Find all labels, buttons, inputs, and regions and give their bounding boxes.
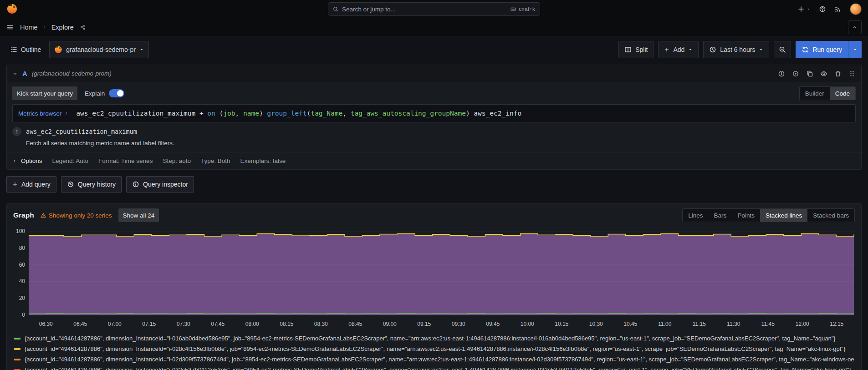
add-icon bbox=[664, 47, 669, 52]
explain-row: 1 aws_ec2_cpuutilization_maximum bbox=[12, 127, 856, 136]
record-circle-icon[interactable] bbox=[792, 70, 799, 77]
view-mode-stacked-lines[interactable]: Stacked lines bbox=[760, 209, 807, 222]
cpu-chart: 02040608010006:3006:4507:0007:1507:3007:… bbox=[11, 227, 858, 331]
chevron-down-icon[interactable] bbox=[12, 71, 18, 76]
eye-icon[interactable] bbox=[820, 70, 827, 77]
outline-button[interactable]: Outline bbox=[6, 41, 45, 58]
query-row-actions bbox=[778, 70, 856, 77]
series-label: {account_id="494614287886", dimension_In… bbox=[25, 335, 836, 342]
explore-toolbar: Outline grafanacloud-sedemo-pr Split Add… bbox=[0, 36, 868, 58]
query-expression-editor[interactable]: Metrics browser aws_ec2_cpuutilization_m… bbox=[12, 104, 856, 122]
series-label: {account_id="494614287886", dimension_In… bbox=[25, 345, 845, 352]
legend-item[interactable]: {account_id="494614287886", dimension_In… bbox=[14, 365, 854, 370]
view-mode-bars[interactable]: Bars bbox=[709, 209, 732, 222]
explain-toggle[interactable] bbox=[109, 89, 124, 97]
breadcrumb: Home Explore bbox=[20, 24, 74, 31]
query-datasource-hint: (grafanacloud-sedemo-prom) bbox=[32, 70, 112, 77]
breadcrumb-explore[interactable]: Explore bbox=[51, 24, 74, 31]
add-panel-button[interactable]: Add bbox=[658, 41, 699, 58]
query-ref-id[interactable]: A bbox=[22, 70, 27, 77]
datasource-name: grafanacloud-sedemo-pr bbox=[66, 46, 136, 53]
run-query-main[interactable]: Run query bbox=[796, 41, 848, 58]
editor-mode-code[interactable]: Code bbox=[830, 87, 855, 100]
run-query-caret[interactable] bbox=[848, 41, 862, 58]
query-row-header[interactable]: A (grafanacloud-sedemo-prom) bbox=[7, 65, 861, 82]
datasource-picker[interactable]: grafanacloud-sedemo-pr bbox=[49, 41, 149, 58]
option-summary-item: Legend: Auto bbox=[52, 157, 89, 164]
svg-text:11:45: 11:45 bbox=[761, 321, 775, 327]
svg-text:08:30: 08:30 bbox=[314, 321, 328, 327]
svg-text:11:30: 11:30 bbox=[727, 321, 740, 327]
legend-item[interactable]: {account_id="494614287886", dimension_In… bbox=[14, 333, 854, 344]
svg-text:11:00: 11:00 bbox=[658, 321, 671, 327]
search-placeholder: Search or jump to... bbox=[342, 6, 507, 13]
chevron-right-icon bbox=[42, 25, 47, 30]
breadcrumb-bar: Home Explore bbox=[0, 18, 868, 36]
collapse-top-button[interactable] bbox=[848, 20, 862, 34]
caret-down-icon bbox=[759, 47, 763, 52]
help-icon bbox=[819, 5, 826, 13]
top-nav: Search or jump to... cmd+k bbox=[0, 0, 868, 18]
add-new-button[interactable] bbox=[797, 5, 811, 13]
svg-text:11:15: 11:15 bbox=[693, 321, 706, 327]
zoom-out-icon bbox=[779, 46, 786, 53]
help-button[interactable] bbox=[819, 5, 826, 13]
legend-item[interactable]: {account_id="494614287886", dimension_In… bbox=[14, 344, 854, 354]
clock-icon bbox=[709, 46, 716, 53]
view-mode-points[interactable]: Points bbox=[732, 209, 760, 222]
search-shortcut: cmd+k bbox=[511, 6, 535, 12]
explain-line-number: 1 bbox=[12, 127, 21, 136]
user-avatar[interactable] bbox=[850, 3, 862, 15]
chevron-right-icon bbox=[64, 111, 69, 116]
svg-text:60: 60 bbox=[19, 262, 26, 268]
view-mode-stacked-bars[interactable]: Stacked bars bbox=[807, 209, 854, 222]
explain-label: Explain bbox=[85, 90, 105, 97]
series-color-marker bbox=[14, 338, 20, 340]
query-options-summary: Legend: AutoFormat: Time seriesStep: aut… bbox=[52, 157, 286, 164]
view-mode-lines[interactable]: Lines bbox=[683, 209, 708, 222]
svg-text:08:45: 08:45 bbox=[348, 321, 362, 327]
zoom-out-button[interactable] bbox=[774, 41, 791, 58]
series-color-marker bbox=[14, 348, 20, 350]
add-query-button[interactable]: Add query bbox=[6, 176, 56, 193]
trash-icon[interactable] bbox=[834, 70, 842, 77]
kick-start-button[interactable]: Kick start your query bbox=[12, 86, 77, 100]
svg-text:100: 100 bbox=[16, 228, 25, 234]
explain-toggle-group: Explain bbox=[85, 89, 124, 97]
share-icon[interactable] bbox=[80, 25, 86, 30]
svg-text:0: 0 bbox=[22, 312, 25, 318]
svg-text:10:45: 10:45 bbox=[623, 321, 637, 327]
grafana-logo[interactable] bbox=[6, 3, 18, 15]
svg-text:09:45: 09:45 bbox=[486, 321, 500, 327]
query-history-button[interactable]: Query history bbox=[61, 176, 122, 193]
svg-text:06:45: 06:45 bbox=[73, 321, 87, 327]
editor-mode-builder[interactable]: Builder bbox=[800, 87, 830, 100]
info-icon bbox=[132, 181, 139, 188]
query-inspector-button[interactable]: Query inspector bbox=[126, 176, 194, 193]
options-toggle[interactable]: Options bbox=[12, 157, 42, 164]
menu-icon[interactable] bbox=[6, 24, 14, 31]
legend-item[interactable]: {account_id="494614287886", dimension_In… bbox=[14, 354, 854, 365]
time-range-picker[interactable]: Last 6 hours bbox=[703, 41, 769, 58]
graph-panel: Graph Showing only 20 series Show all 24… bbox=[6, 203, 862, 370]
caret-down-icon bbox=[806, 7, 811, 11]
chart-area[interactable]: 02040608010006:3006:4507:0007:1507:3007:… bbox=[7, 223, 861, 331]
search-input[interactable]: Search or jump to... cmd+k bbox=[328, 2, 540, 16]
show-all-series-button[interactable]: Show all 24 bbox=[118, 208, 159, 222]
query-expression[interactable]: aws_ec2_cpuutilization_maximum + on (job… bbox=[74, 110, 521, 117]
series-color-marker bbox=[14, 359, 20, 360]
metrics-browser-link[interactable]: Metrics browser bbox=[13, 110, 74, 117]
svg-text:09:30: 09:30 bbox=[452, 321, 465, 327]
option-summary-item: Format: Time series bbox=[98, 157, 153, 164]
breadcrumb-home[interactable]: Home bbox=[20, 24, 38, 31]
news-button[interactable] bbox=[834, 5, 842, 13]
split-button[interactable]: Split bbox=[618, 41, 654, 58]
copy-icon[interactable] bbox=[806, 70, 813, 77]
explain-code: aws_ec2_cpuutilization_maximum bbox=[26, 128, 137, 135]
sync-icon bbox=[802, 46, 809, 53]
run-query-button[interactable]: Run query bbox=[796, 41, 862, 58]
query-options-row: Options Legend: AutoFormat: Time seriesS… bbox=[7, 152, 861, 169]
info-icon[interactable] bbox=[778, 70, 785, 77]
drag-handle-icon[interactable] bbox=[848, 70, 856, 77]
query-actions-row: Add query Query history Query inspector bbox=[6, 176, 862, 193]
